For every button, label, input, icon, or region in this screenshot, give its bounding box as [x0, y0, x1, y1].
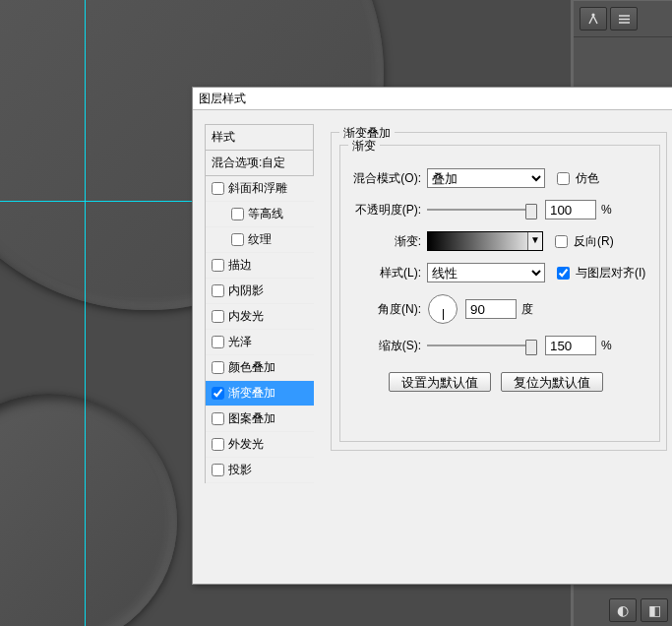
style-item-9[interactable]: 图案叠加: [206, 407, 314, 432]
blending-options-item[interactable]: 混合选项:自定: [206, 151, 314, 176]
style-item-5[interactable]: 内发光: [206, 304, 314, 330]
gradient-label: 渐变:: [340, 233, 427, 250]
style-item-label: 光泽: [228, 334, 252, 350]
style-item-label: 投影: [228, 462, 252, 478]
panel-btn-a[interactable]: ◐: [609, 598, 637, 622]
style-item-7[interactable]: 颜色叠加: [206, 355, 314, 381]
angle-dial[interactable]: [428, 294, 458, 324]
style-item-label: 内阴影: [228, 282, 264, 299]
style-checkbox[interactable]: [212, 464, 224, 476]
scale-unit: %: [601, 339, 612, 352]
subsection-title: 渐变: [348, 138, 380, 155]
style-item-label: 渐变叠加: [228, 385, 275, 402]
align-checkbox[interactable]: 与图层对齐(I): [553, 264, 645, 282]
style-checkbox[interactable]: [212, 259, 224, 272]
style-checkbox[interactable]: [212, 310, 224, 323]
style-select[interactable]: 线性: [427, 263, 545, 282]
style-checkbox[interactable]: [212, 336, 224, 348]
scale-input[interactable]: [545, 336, 596, 355]
angle-unit: 度: [521, 301, 533, 318]
style-item-6[interactable]: 光泽: [206, 330, 314, 355]
style-checkbox[interactable]: [212, 361, 224, 374]
style-item-label: 描边: [228, 257, 252, 274]
layer-style-dialog: 图层样式 样式 混合选项:自定 斜面和浮雕等高线纹理描边内阴影内发光光泽颜色叠加…: [192, 87, 672, 585]
brush-options-icon[interactable]: [610, 7, 638, 31]
blend-mode-select[interactable]: 叠加: [427, 168, 545, 188]
blend-mode-label: 混合模式(O):: [340, 170, 427, 187]
style-item-10[interactable]: 外发光: [206, 432, 314, 458]
reverse-checkbox[interactable]: 反向(R): [551, 232, 614, 251]
brush-preset-icon[interactable]: [580, 7, 607, 31]
style-item-label: 纹理: [248, 231, 272, 248]
panel-btn-b[interactable]: ◧: [641, 598, 668, 622]
style-item-label: 等高线: [248, 206, 283, 222]
make-default-button[interactable]: 设置为默认值: [389, 372, 491, 392]
opacity-unit: %: [601, 203, 612, 217]
style-checkbox[interactable]: [212, 284, 224, 297]
style-item-label: 内发光: [228, 308, 264, 325]
vertical-guide[interactable]: [85, 0, 86, 626]
scale-slider[interactable]: [427, 338, 537, 353]
chevron-down-icon[interactable]: ▼: [527, 232, 542, 250]
gradient-swatch[interactable]: ▼: [427, 231, 543, 251]
opacity-slider[interactable]: [427, 202, 537, 218]
style-checkbox[interactable]: [212, 182, 224, 195]
gradient-overlay-fieldset: 渐变叠加 渐变 混合模式(O): 叠加 仿色 不透明度(P):: [331, 132, 667, 451]
style-checkbox[interactable]: [212, 387, 224, 400]
svg-point-0: [591, 13, 594, 16]
small-circle-shape: [0, 394, 177, 626]
style-checkbox[interactable]: [212, 412, 224, 425]
styles-header[interactable]: 样式: [206, 125, 314, 151]
style-label: 样式(L):: [340, 265, 427, 282]
style-item-label: 外发光: [228, 436, 264, 453]
gradient-fieldset: 渐变 混合模式(O): 叠加 仿色 不透明度(P): %: [339, 145, 660, 442]
opacity-label: 不透明度(P):: [340, 202, 427, 219]
angle-input[interactable]: [465, 299, 517, 319]
scale-label: 缩放(S):: [340, 338, 427, 354]
style-item-1[interactable]: 等高线: [206, 202, 314, 227]
style-item-11[interactable]: 投影: [206, 458, 314, 483]
styles-list: 样式 混合选项:自定 斜面和浮雕等高线纹理描边内阴影内发光光泽颜色叠加渐变叠加图…: [205, 124, 314, 483]
style-item-0[interactable]: 斜面和浮雕: [206, 176, 314, 202]
style-item-label: 图案叠加: [228, 410, 275, 427]
angle-label: 角度(N):: [340, 301, 427, 318]
style-checkbox[interactable]: [231, 233, 244, 246]
style-item-4[interactable]: 内阴影: [206, 279, 314, 304]
style-checkbox[interactable]: [231, 208, 244, 220]
dither-checkbox[interactable]: 仿色: [553, 169, 599, 188]
style-item-label: 斜面和浮雕: [228, 180, 287, 197]
tool-row-top: [574, 0, 672, 37]
style-item-2[interactable]: 纹理: [206, 227, 314, 253]
style-item-label: 颜色叠加: [228, 359, 275, 376]
reset-default-button[interactable]: 复位为默认值: [501, 372, 603, 392]
style-checkbox[interactable]: [212, 438, 224, 451]
style-item-8[interactable]: 渐变叠加: [206, 381, 314, 407]
opacity-input[interactable]: [545, 200, 596, 219]
dialog-title[interactable]: 图层样式: [193, 88, 672, 110]
style-item-3[interactable]: 描边: [206, 253, 314, 279]
